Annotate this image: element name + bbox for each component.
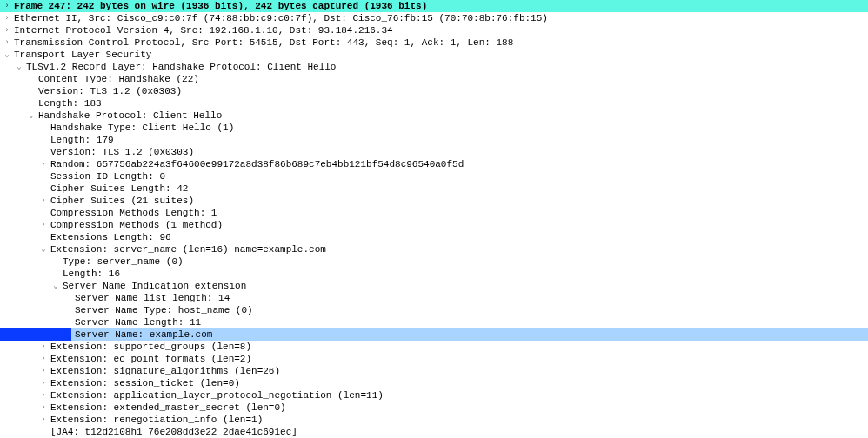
ext-supported-groups-row[interactable]: › Extension: supported_groups (len=8) — [0, 341, 868, 353]
tcp-row[interactable]: › Transmission Control Protocol, Src Por… — [0, 36, 868, 49]
ext-alpn-row[interactable]: › Extension: application_layer_protocol_… — [0, 389, 868, 402]
expand-arrow[interactable]: › — [2, 12, 12, 24]
packet-details-tree: › Frame 247: 242 bytes on wire (1936 bit… — [0, 0, 868, 438]
compression-methods-length-label: Compression Methods Length: 1 — [49, 207, 217, 219]
session-id-length-label: Session ID Length: 0 — [49, 170, 165, 182]
ext-supported-groups-label: Extension: supported_groups (len=8) — [49, 341, 251, 353]
extensions-length-row[interactable]: Extensions Length: 96 — [0, 231, 868, 243]
ethernet-row[interactable]: › Ethernet II, Src: Cisco_c9:c0:7f (74:8… — [0, 12, 868, 24]
content-type-row[interactable]: Content Type: Handshake (22) — [0, 73, 868, 85]
record-version-label: Version: TLS 1.2 (0x0303) — [37, 85, 182, 97]
expand-arrow[interactable]: › — [38, 389, 49, 402]
record-length-label: Length: 183 — [37, 97, 102, 110]
collapse-arrow[interactable]: ⌄ — [14, 61, 24, 73]
handshake-version-label: Version: TLS 1.2 (0x0303) — [49, 146, 194, 158]
ext-server-name-label: Extension: server_name (len=16) name=exa… — [49, 243, 326, 256]
ext-ec-point-formats-row[interactable]: › Extension: ec_point_formats (len=2) — [0, 353, 868, 365]
expand-arrow[interactable]: › — [38, 158, 49, 170]
ext-alpn-label: Extension: application_layer_protocol_ne… — [49, 389, 384, 402]
sni-server-name-label: Server Name: example.com — [73, 328, 212, 341]
ethernet-label: Ethernet II, Src: Cisco_c9:c0:7f (74:88:… — [12, 12, 548, 24]
sni-extension-row[interactable]: ⌄ Server Name Indication extension — [0, 280, 868, 292]
sni-extension-label: Server Name Indication extension — [61, 280, 246, 292]
ext-reneg-row[interactable]: › Extension: renegotiation_info (len=1) — [0, 414, 868, 426]
cipher-suites-row[interactable]: › Cipher Suites (21 suites) — [0, 195, 868, 207]
tls-row[interactable]: ⌄ Transport Layer Security — [0, 49, 868, 61]
collapse-arrow[interactable]: ⌄ — [26, 110, 37, 122]
cipher-suites-length-row[interactable]: Cipher Suites Length: 42 — [0, 182, 868, 195]
ext-ec-point-formats-label: Extension: ec_point_formats (len=2) — [49, 353, 251, 365]
tcp-label: Transmission Control Protocol, Src Port:… — [12, 36, 513, 49]
compression-methods-label: Compression Methods (1 method) — [49, 219, 223, 231]
expand-arrow[interactable]: › — [2, 36, 12, 49]
record-version-row[interactable]: Version: TLS 1.2 (0x0303) — [0, 85, 868, 97]
ext-reneg-label: Extension: renegotiation_info (len=1) — [49, 414, 263, 426]
content-type-label: Content Type: Handshake (22) — [37, 73, 199, 85]
ext-signature-algorithms-row[interactable]: › Extension: signature_algorithms (len=2… — [0, 365, 868, 377]
handshake-label: Handshake Protocol: Client Hello — [37, 110, 222, 122]
expand-arrow[interactable]: › — [2, 0, 12, 12]
handshake-version-row[interactable]: Version: TLS 1.2 (0x0303) — [0, 146, 868, 158]
handshake-type-label: Handshake Type: Client Hello (1) — [49, 122, 234, 134]
ja4-row[interactable]: [JA4: t12d2108h1_76e208dd3e22_2dae41c691… — [0, 426, 868, 438]
ip-row[interactable]: › Internet Protocol Version 4, Src: 192.… — [0, 24, 868, 36]
frame-summary-row[interactable]: › Frame 247: 242 bytes on wire (1936 bit… — [0, 0, 868, 12]
handshake-row[interactable]: ⌄ Handshake Protocol: Client Hello — [0, 110, 868, 122]
sni-type-row[interactable]: Type: server_name (0) — [0, 256, 868, 268]
sni-list-length-row[interactable]: Server Name list length: 14 — [0, 292, 868, 304]
expand-arrow[interactable]: › — [38, 219, 49, 231]
record-label: TLSv1.2 Record Layer: Handshake Protocol… — [24, 61, 336, 73]
ext-ems-label: Extension: extended_master_secret (len=0… — [49, 402, 286, 414]
sni-name-type-row[interactable]: Server Name Type: host_name (0) — [0, 304, 868, 316]
session-id-length-row[interactable]: Session ID Length: 0 — [0, 170, 868, 182]
collapse-arrow[interactable]: ⌄ — [38, 243, 49, 256]
frame-summary-label: Frame 247: 242 bytes on wire (1936 bits)… — [12, 0, 427, 12]
sni-server-name-row[interactable]: Server Name: example.com — [0, 328, 868, 341]
cipher-suites-label: Cipher Suites (21 suites) — [49, 195, 194, 207]
ip-label: Internet Protocol Version 4, Src: 192.16… — [12, 24, 393, 36]
expand-arrow[interactable]: › — [2, 24, 12, 36]
expand-arrow[interactable]: › — [38, 377, 49, 389]
collapse-arrow[interactable]: ⌄ — [2, 49, 12, 61]
ext-ems-row[interactable]: › Extension: extended_master_secret (len… — [0, 402, 868, 414]
cipher-suites-length-label: Cipher Suites Length: 42 — [49, 182, 188, 195]
expand-arrow[interactable]: › — [38, 195, 49, 207]
ext-session-ticket-row[interactable]: › Extension: session_ticket (len=0) — [0, 377, 868, 389]
sni-length-label: Length: 16 — [61, 268, 120, 280]
sni-name-length-label: Server Name length: 11 — [73, 316, 201, 328]
ext-session-ticket-label: Extension: session_ticket (len=0) — [49, 377, 240, 389]
expand-arrow[interactable]: › — [38, 402, 49, 414]
extensions-length-label: Extensions Length: 96 — [49, 231, 171, 243]
ja4-label: [JA4: t12d2108h1_76e208dd3e22_2dae41c691… — [49, 426, 297, 438]
record-row[interactable]: ⌄ TLSv1.2 Record Layer: Handshake Protoc… — [0, 61, 868, 73]
tls-label: Transport Layer Security — [12, 49, 151, 61]
random-label: Random: 657756ab224a3f64600e99172a8d38f8… — [49, 158, 464, 170]
handshake-length-row[interactable]: Length: 179 — [0, 134, 868, 146]
handshake-type-row[interactable]: Handshake Type: Client Hello (1) — [0, 122, 868, 134]
ext-server-name-row[interactable]: ⌄ Extension: server_name (len=16) name=e… — [0, 243, 868, 256]
compression-methods-row[interactable]: › Compression Methods (1 method) — [0, 219, 868, 231]
sni-name-type-label: Server Name Type: host_name (0) — [73, 304, 253, 316]
expand-arrow[interactable]: › — [38, 341, 49, 353]
record-length-row[interactable]: Length: 183 — [0, 97, 868, 110]
expand-arrow[interactable]: › — [38, 353, 49, 365]
sni-length-row[interactable]: Length: 16 — [0, 268, 868, 280]
random-row[interactable]: › Random: 657756ab224a3f64600e99172a8d38… — [0, 158, 868, 170]
expand-arrow[interactable]: › — [38, 365, 49, 377]
collapse-arrow[interactable]: ⌄ — [50, 280, 61, 292]
expand-arrow[interactable]: › — [38, 414, 49, 426]
ext-signature-algorithms-label: Extension: signature_algorithms (len=26) — [49, 365, 280, 377]
sni-name-length-row[interactable]: Server Name length: 11 — [0, 316, 868, 328]
handshake-length-label: Length: 179 — [49, 134, 114, 146]
sni-list-length-label: Server Name list length: 14 — [73, 292, 230, 304]
sni-type-label: Type: server_name (0) — [61, 256, 184, 268]
compression-methods-length-row[interactable]: Compression Methods Length: 1 — [0, 207, 868, 219]
